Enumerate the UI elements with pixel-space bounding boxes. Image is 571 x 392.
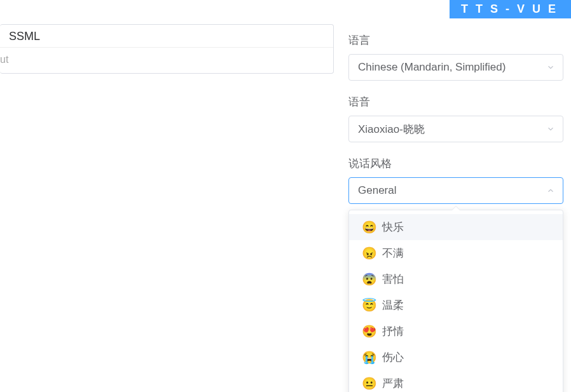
style-option[interactable]: 😄 快乐	[349, 214, 563, 240]
ssml-placeholder: ut	[0, 54, 8, 65]
app-brand: TTS-VUE	[450, 0, 571, 18]
style-label: 说话风格	[348, 156, 563, 171]
style-option[interactable]: 😐 严肃	[349, 370, 563, 392]
voice-select[interactable]: Xiaoxiao-晓晓	[348, 116, 563, 142]
style-option[interactable]: 😍 抒情	[349, 318, 563, 344]
style-option[interactable]: 😨 害怕	[349, 266, 563, 292]
style-option-label: 快乐	[382, 220, 404, 234]
ssml-header: SSML	[0, 25, 333, 48]
chevron-down-icon	[546, 125, 555, 133]
voice-value: Xiaoxiao-晓晓	[358, 122, 425, 137]
chevron-up-icon	[546, 186, 555, 195]
language-label: 语言	[348, 33, 563, 48]
emoji-icon: 😭	[362, 350, 377, 365]
style-option-label: 伤心	[382, 350, 404, 365]
style-option[interactable]: 😇 温柔	[349, 292, 563, 318]
ssml-textarea[interactable]: ut	[0, 48, 333, 73]
style-value: General	[358, 184, 396, 197]
style-option-label: 抒情	[382, 324, 404, 339]
style-option-label: 严肃	[382, 376, 404, 391]
voice-field: 语音 Xiaoxiao-晓晓	[348, 95, 563, 142]
emoji-icon: 😍	[362, 324, 377, 339]
language-select[interactable]: Chinese (Mandarin, Simplified)	[348, 54, 563, 81]
chevron-down-icon	[546, 63, 555, 72]
emoji-icon: 😨	[362, 272, 377, 287]
settings-panel: 语言 Chinese (Mandarin, Simplified) 语音 Xia…	[348, 33, 563, 218]
style-option-label: 害怕	[382, 272, 404, 287]
style-select[interactable]: General	[348, 177, 563, 204]
emoji-icon: 😐	[362, 376, 377, 391]
language-field: 语言 Chinese (Mandarin, Simplified)	[348, 33, 563, 81]
emoji-icon: 😠	[362, 246, 377, 260]
style-option[interactable]: 😭 伤心	[349, 344, 563, 370]
style-option-label: 不满	[382, 246, 404, 260]
style-field: 说话风格 General 😄 快乐 😠 不满 😨 害怕 😇 温柔	[348, 156, 563, 204]
language-value: Chinese (Mandarin, Simplified)	[358, 61, 506, 74]
emoji-icon: 😄	[362, 220, 377, 234]
style-option[interactable]: 😠 不满	[349, 240, 563, 266]
emoji-icon: 😇	[362, 298, 377, 313]
ssml-panel: SSML ut	[0, 24, 334, 74]
style-dropdown: 😄 快乐 😠 不满 😨 害怕 😇 温柔 😍 抒情 😭 伤心	[348, 210, 563, 392]
voice-label: 语音	[348, 95, 563, 109]
style-option-label: 温柔	[382, 298, 404, 313]
